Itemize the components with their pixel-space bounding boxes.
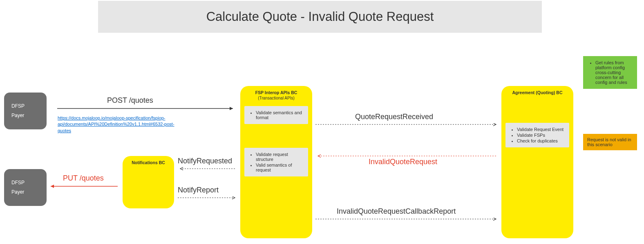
fsp-interop-bc-box: FSP Interop APIs BC (Transactional APIs)… bbox=[240, 86, 312, 238]
dfsp-label: DFSP bbox=[11, 102, 40, 111]
arrow-notify-report bbox=[178, 196, 237, 200]
fsp-note-1: Validate semantics and format bbox=[244, 106, 308, 124]
dfsp-payer-box-bottom: DFSP Payer bbox=[4, 169, 47, 206]
label-post-quotes: POST /quotes bbox=[107, 96, 153, 105]
green-note: Get rules from platform config cross-cut… bbox=[583, 56, 637, 89]
fsp-bc-subtitle: (Transactional APIs) bbox=[240, 95, 312, 104]
dfsp-payer-box-top: DFSP Payer bbox=[4, 93, 47, 129]
arrow-put-quotes bbox=[48, 184, 120, 188]
notifications-bc-box: Notifications BC bbox=[123, 156, 174, 208]
agreement-bc-box: Agreement (Quoting) BC Validate Request … bbox=[501, 86, 573, 238]
orange-note: Request is not valid in this scenario bbox=[583, 134, 637, 150]
label-notify-requested: NotifyRequested bbox=[178, 157, 232, 165]
page-title: Calculate Quote - Invalid Quote Request bbox=[206, 9, 434, 24]
fsp-note-2: Validate request structure Valid semanti… bbox=[244, 148, 308, 176]
label-invalid-callback-report: InvalidQuoteRequestCallbackReport bbox=[337, 207, 456, 216]
dfsp-role: Payer bbox=[11, 188, 40, 197]
label-put-quotes: PUT /quotes bbox=[63, 174, 104, 183]
arrow-quote-request-received bbox=[315, 122, 499, 127]
fsp-note1-item: Validate semantics and format bbox=[256, 110, 304, 120]
arrow-invalid-callback-report bbox=[315, 217, 499, 221]
label-quote-request-received: QuoteRequestReceived bbox=[355, 113, 433, 121]
notifications-bc-title: Notifications BC bbox=[123, 156, 174, 165]
arrow-post-quotes bbox=[57, 106, 235, 111]
fsp-note2-item1: Validate request structure bbox=[256, 152, 304, 162]
agreement-note-item3: Check for duplicates bbox=[517, 138, 565, 143]
title-banner: Calculate Quote - Invalid Quote Request bbox=[98, 1, 542, 33]
agreement-note-item1: Validate Request Event bbox=[517, 127, 565, 132]
orange-note-text: Request is not valid in this scenario bbox=[587, 137, 631, 147]
fsp-bc-title: FSP Interop APIs BC bbox=[240, 86, 312, 95]
agreement-note: Validate Request Event Validate FSPs Che… bbox=[505, 123, 569, 147]
fsp-note2-item2: Valid semantics of request bbox=[256, 163, 304, 172]
dfsp-label: DFSP bbox=[11, 178, 40, 188]
dfsp-role: Payer bbox=[11, 111, 40, 120]
label-notify-report: NotifyReport bbox=[178, 186, 219, 194]
label-invalid-quote-request: InvalidQuoteRequest bbox=[369, 158, 437, 166]
green-note-item: Get rules from platform config cross-cut… bbox=[595, 60, 633, 85]
arrow-notify-requested bbox=[178, 167, 237, 171]
agreement-note-item2: Validate FSPs bbox=[517, 133, 565, 138]
api-spec-link[interactable]: https://docs.mojaloop.io/mojaloop-specif… bbox=[58, 115, 180, 134]
agreement-bc-title: Agreement (Quoting) BC bbox=[501, 86, 573, 95]
